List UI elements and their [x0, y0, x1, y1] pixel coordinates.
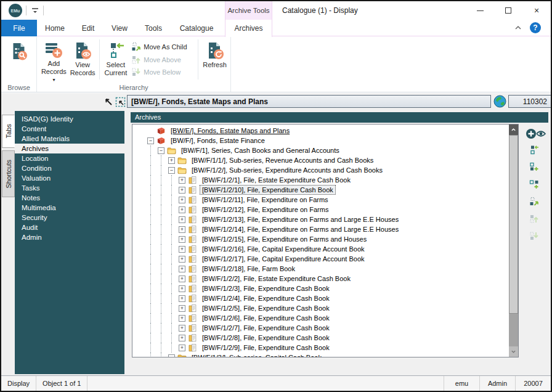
tree-row[interactable]: +[BW/F/1/2/12], File, Expenditure on Far… — [132, 205, 509, 214]
move-as-child-button[interactable]: Move As Child — [131, 41, 196, 53]
current-record-title-field[interactable]: [BW/E/], Fonds, Estate Maps and Plans — [127, 95, 491, 108]
sidebar-item-condition[interactable]: Condition — [15, 163, 124, 173]
tree-row[interactable]: [BW/E/], Fonds, Estate Maps and Plans — [132, 126, 509, 136]
tree-row-label[interactable]: [BW/F/1/2/1], File, Estate Expenditure C… — [200, 175, 353, 185]
expand-icon[interactable]: + — [179, 335, 185, 341]
tree-row-label[interactable]: [BW/F/1/2/2], File, Estate Expenditure C… — [200, 274, 353, 284]
tree-row-label[interactable]: [BW/F/1/2/9], File, Expenditure Cash Boo… — [200, 343, 332, 353]
expand-icon[interactable]: + — [179, 177, 185, 184]
browse-records-button[interactable] — [4, 39, 34, 62]
tree-scrollbar[interactable] — [509, 125, 518, 357]
record-number-field[interactable]: 110302 — [508, 95, 551, 108]
expand-icon[interactable]: + — [179, 285, 185, 292]
tree-row-label[interactable]: [BW/E/], Fonds, Estate Maps and Plans — [168, 126, 292, 136]
expand-icon[interactable]: + — [179, 315, 185, 322]
tree-row[interactable]: +[BW/F/1/2/17], File, Capital Expenditur… — [132, 254, 509, 264]
menu-tab-catalogue[interactable]: Catalogue — [169, 20, 224, 36]
tree-row[interactable]: +[BW/F/1/2/18], File, Farm Book — [132, 264, 509, 274]
expand-icon[interactable]: + — [179, 236, 185, 243]
expand-icon[interactable]: + — [179, 206, 185, 213]
sidebar-item-valuation[interactable]: Valuation — [15, 173, 124, 183]
tree-row[interactable]: +[BW/F/1/2/14], File, Expenditure on Far… — [132, 224, 509, 234]
marquee-select-icon[interactable] — [115, 97, 125, 107]
tree-row-label[interactable]: [BW/F/1/2/13], File, Expenditure on Farm… — [200, 214, 401, 224]
tree-row[interactable]: +[BW/F/1/2/10], File, Expenditure Cash B… — [132, 185, 509, 195]
tree-row-label[interactable]: [BW/F/1], Series, Cash Books and General… — [179, 145, 342, 155]
tree-row-label[interactable]: [BW/F/1/1/], Sub-series, Revenue Account… — [189, 155, 376, 165]
scrollbar-thumb[interactable] — [509, 135, 518, 314]
collapse-icon[interactable]: − — [168, 354, 175, 357]
tree-row-label[interactable]: [BW/F/1/2/], Sub-series, Expenditure Acc… — [189, 165, 385, 175]
sidebar-item-notes[interactable]: Notes — [15, 193, 124, 203]
move-above-button[interactable]: Move Above — [131, 54, 196, 66]
expand-icon[interactable]: + — [179, 187, 185, 194]
quick-access-customize-button[interactable] — [31, 6, 39, 15]
tree-row-label[interactable]: [BW/F/1/2/11], File, Expenditure on Farm… — [200, 195, 331, 205]
sidebar-item-isad-g-identity[interactable]: ISAD(G) Identity — [15, 114, 124, 124]
tree-row[interactable]: +[BW/F/1/2/11], File, Expenditure on Far… — [132, 195, 509, 205]
collapse-ribbon-button[interactable] — [514, 23, 524, 33]
close-button[interactable]: × — [522, 1, 551, 20]
menu-tab-home[interactable]: Home — [38, 20, 71, 36]
sidebar-item-location[interactable]: Location — [15, 153, 124, 163]
menu-tab-view[interactable]: View — [104, 20, 136, 36]
view-record-button[interactable] — [535, 128, 548, 141]
sidebar-item-content[interactable]: Content — [15, 124, 124, 134]
select-current-button[interactable]: SelectCurrent — [101, 38, 130, 82]
tree-row-label[interactable]: [BW/F/1/2/17], File, Capital Expenditure… — [200, 254, 367, 264]
tree-row[interactable]: +[BW/F/1/2/16], File, Capital Expenditur… — [132, 244, 509, 254]
collapse-icon[interactable]: − — [168, 167, 175, 174]
collapse-icon[interactable]: − — [147, 137, 154, 144]
refresh-button[interactable]: Refresh — [200, 38, 229, 82]
sidebar-item-allied-materials[interactable]: Allied Materials — [15, 134, 124, 144]
side-tab-tabs[interactable]: Tabs — [2, 115, 15, 148]
help-button[interactable]: ? — [530, 22, 541, 33]
expand-icon[interactable]: + — [179, 276, 185, 282]
tree-row[interactable]: +[BW/F/1/2/9], File, Expenditure Cash Bo… — [132, 343, 509, 353]
tree-row[interactable]: +[BW/F/1/2/7], File, Expenditure Cash Bo… — [132, 323, 509, 333]
tree-row-label[interactable]: [BW/F/1/2/14], File, Expenditure on Farm… — [200, 224, 401, 234]
app-logo-icon[interactable]: EMu — [9, 4, 22, 17]
expand-icon[interactable]: + — [168, 157, 175, 164]
tree-row-label[interactable]: [BW/F/1/3/], Sub-series, Capital Cash Bo… — [189, 353, 324, 357]
pointer-tool-icon[interactable] — [104, 97, 113, 107]
tree-row-label[interactable]: [BW/F/1/2/12], File, Expenditure on Farm… — [200, 205, 331, 214]
sidebar-item-admin[interactable]: Admin — [15, 232, 124, 242]
move-as-child-button[interactable] — [529, 197, 542, 209]
expand-icon[interactable]: + — [179, 305, 185, 312]
tree-row-label[interactable]: [BW/F/1/2/7], File, Expenditure Cash Boo… — [200, 323, 332, 333]
collapse-icon[interactable]: − — [158, 147, 164, 154]
expand-icon[interactable]: + — [179, 266, 185, 272]
expand-icon[interactable]: + — [179, 295, 185, 302]
expand-icon[interactable]: + — [179, 345, 185, 351]
side-tab-shortcuts[interactable]: Shortcuts — [2, 150, 15, 197]
move-below-button[interactable]: Move Below — [131, 66, 196, 78]
maximize-button[interactable] — [494, 1, 522, 20]
tree-row-label[interactable]: [BW/F/], Fonds, Estate Finance — [168, 136, 267, 145]
sidebar-item-archives[interactable]: Archives — [15, 144, 124, 153]
tree-row[interactable]: −[BW/F/1/3/], Sub-series, Capital Cash B… — [132, 353, 509, 357]
tree-row-label[interactable]: [BW/F/1/2/16], File, Capital Expenditure… — [200, 244, 367, 254]
tree-row[interactable]: +[BW/F/1/2/6], File, Expenditure Cash Bo… — [132, 313, 509, 323]
tree-row-label[interactable]: [BW/F/1/2/3], File, Expenditure Cash Boo… — [200, 284, 332, 293]
menu-tab-edit[interactable]: Edit — [73, 20, 104, 36]
tree-row[interactable]: −[BW/F/1], Series, Cash Books and Genera… — [132, 145, 509, 155]
tree-row[interactable]: −[BW/F/], Fonds, Estate Finance — [132, 136, 509, 145]
add-sibling-button[interactable] — [529, 179, 542, 192]
sidebar-item-security[interactable]: Security — [15, 213, 124, 223]
tree-row[interactable]: +[BW/F/1/2/5], File, Expenditure Cash Bo… — [132, 303, 509, 313]
sidebar-item-tasks[interactable]: Tasks — [15, 183, 124, 193]
expand-icon[interactable]: + — [179, 197, 185, 203]
add-child-button[interactable] — [529, 162, 542, 174]
tree-row[interactable]: +[BW/F/1/2/2], File, Estate Expenditure … — [132, 274, 509, 284]
tree-row[interactable]: +[BW/F/1/2/15], File, Expenditure on Far… — [132, 234, 509, 244]
expand-icon[interactable]: + — [179, 226, 185, 233]
tree-row-label[interactable]: [BW/F/1/2/18], File, Farm Book — [200, 264, 298, 274]
menu-tab-archives[interactable]: Archives — [225, 20, 272, 37]
minimize-button[interactable] — [466, 1, 494, 20]
expand-icon[interactable]: + — [179, 246, 185, 253]
tree-row-label[interactable]: [BW/F/1/2/10], File, Expenditure Cash Bo… — [200, 185, 336, 195]
tree-row-label[interactable]: [BW/F/1/2/5], File, Expenditure Cash Boo… — [200, 303, 332, 313]
tree-row-label[interactable]: [BW/F/1/2/15], File, Expenditure on Farm… — [200, 234, 369, 244]
view-records-button[interactable]: ViewRecords — [68, 38, 97, 82]
